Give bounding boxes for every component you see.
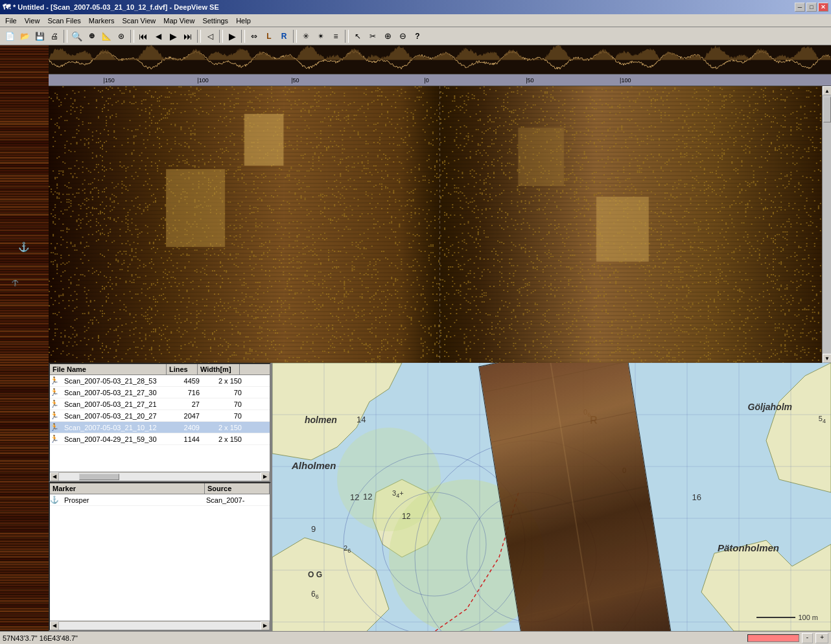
status-plus-button[interactable]: + [815,633,828,643]
align-left-button[interactable]: L [262,29,276,43]
lines-button[interactable]: ≡ [329,29,343,43]
menu-map-view[interactable]: Map View [159,16,198,25]
print-button[interactable]: 🖨 [47,29,62,43]
statusbar-right: - + [747,633,828,643]
zoom-in-button[interactable]: ⊕ [380,29,395,43]
sonar-vertical-scrollbar[interactable]: ▲ ▼ [822,86,831,363]
next-button[interactable]: ▶ [166,29,180,43]
depth-9: 9 [311,524,316,534]
mscroll-track[interactable] [59,622,261,630]
sonar-strip-indicator: ⚓ [12,280,18,287]
titlebar-controls[interactable]: ─ □ ✕ [795,3,828,12]
marker-panel: Marker Source ⚓ Prosper Scan_2007- ◀ [49,482,271,631]
hscroll-left-button[interactable]: ◀ [50,472,59,481]
menu-scan-files[interactable]: Scan Files [43,16,84,25]
sonar-strip-canvas [0,45,49,631]
left-bottom: File Name Lines Width[m] 🏃 Scan_2007-05-… [49,363,272,631]
sonar-waveform [49,45,831,75]
file-width-1: 2 x 150 [201,377,243,385]
file-list-header: File Name Lines Width[m] [50,364,270,375]
scissors-button[interactable]: ✂ [366,29,380,43]
marker-row-1[interactable]: ⚓ Prosper Scan_2007- [50,494,270,506]
target-button[interactable]: ⊛ [114,29,128,43]
measure-button[interactable]: 📐 [99,29,113,43]
depth-6: 66 [311,590,319,600]
file-list-hscrollbar[interactable]: ◀ ▶ [50,472,270,481]
file-row-5[interactable]: 🏃 Scan_2007-05-03_21_10_12 2409 2 x 150 [50,422,270,433]
status-minus-button[interactable]: - [802,633,813,643]
menu-file[interactable]: File [1,16,21,25]
search-button[interactable]: 🔍 [69,29,84,43]
file-name-5: Scan_2007-05-03_21_10_12 [63,424,170,431]
file-row-2[interactable]: 🏃 Scan_2007-05-03_21_27_30 716 70 [50,387,270,398]
sep3 [197,30,201,43]
file-row-3[interactable]: 🏃 Scan_2007-05-03_21_27_21 27 70 [50,398,270,410]
depth-12a: 12 [350,492,359,502]
scroll-thumb[interactable] [823,97,831,122]
file-width-4: 70 [201,412,243,420]
prev-start-button[interactable]: ⏮ [136,29,150,43]
close-button[interactable]: ✕ [818,3,828,12]
maximize-button[interactable]: □ [806,3,817,12]
file-row-1[interactable]: 🏃 Scan_2007-05-03_21_28_53 4459 2 x 150 [50,375,270,387]
marker-icon-1: ⚓ [50,496,63,504]
file-icon-5: 🏃 [50,423,63,431]
expand-button[interactable]: ⇔ [247,29,261,43]
ruler-100-pos: |100 [620,77,631,84]
col-marker: Marker [50,483,205,494]
hscroll-right-button[interactable]: ▶ [261,472,270,481]
new-button[interactable]: 📄 [3,29,17,43]
depth-12c: 12 [402,512,410,521]
cursor-button[interactable]: ↖ [351,29,365,43]
zoom-out-button[interactable]: ⊖ [395,29,410,43]
depth-26: 26 [344,544,351,554]
file-width-2: 70 [201,389,243,397]
titlebar-left: 🗺 * Untitled - [Scan_2007-05-03_21_10_12… [3,3,219,12]
align-right-button[interactable]: R [277,29,291,43]
menu-view[interactable]: View [21,16,44,25]
scroll-down-button[interactable]: ▼ [823,354,831,363]
minimize-button[interactable]: ─ [795,3,805,12]
coordinates-display: 57N43'3.7" 16E43'48.7" [3,634,78,642]
sep4 [219,30,223,43]
depth-34: 34+ [392,489,404,499]
menu-settings[interactable]: Settings [198,16,232,25]
marker-header: Marker Source [50,483,270,494]
file-name-1: Scan_2007-05-03_21_28_53 [63,377,170,385]
marker-hscrollbar[interactable]: ◀ ▶ [50,621,270,630]
hscroll-thumb[interactable] [79,474,119,480]
open-button[interactable]: 📂 [18,29,32,43]
star2-button[interactable]: ✴ [314,29,328,43]
col-source: Source [205,483,270,494]
file-lines-6: 1144 [170,435,201,443]
scroll-track[interactable] [823,95,831,354]
depth-54: 54 [819,415,826,424]
scroll-up-button[interactable]: ▲ [823,86,831,95]
hscroll-track[interactable] [59,473,261,481]
status-indicator [747,634,799,642]
save-button[interactable]: 💾 [32,29,47,43]
map-scale: 100 m [756,614,818,621]
help-button[interactable]: ? [410,29,425,43]
file-row-6[interactable]: 🏃 Scan_2007-04-29_21_59_30 1144 2 x 150 [50,433,270,445]
ruler-50-neg: |50 [291,77,299,84]
marker-source-1: Scan_2007- [205,496,270,504]
file-icon-2: 🏃 [50,388,63,397]
play-button[interactable]: ▶ [225,29,239,43]
back-button[interactable]: ◁ [203,29,217,43]
star1-button[interactable]: ✳ [299,29,313,43]
mscroll-right-button[interactable]: ▶ [261,621,270,630]
zoom-tool-button[interactable]: ⊕ [84,29,99,43]
mscroll-left-button[interactable]: ◀ [50,621,59,630]
map-label-holmen: holmen [305,415,337,425]
file-row-4[interactable]: 🏃 Scan_2007-05-03_21_20_27 2047 70 [50,410,270,422]
sep6 [293,30,297,43]
file-lines-1: 4459 [170,377,201,385]
ruler-100-neg: |100 [197,77,208,84]
menu-markers[interactable]: Markers [85,16,119,25]
menu-help[interactable]: Help [232,16,255,25]
depth-12b: 12 [363,492,372,501]
prev-button[interactable]: ◀ [151,29,165,43]
menu-scan-view[interactable]: Scan View [118,16,159,25]
next-end-button[interactable]: ⏭ [181,29,195,43]
